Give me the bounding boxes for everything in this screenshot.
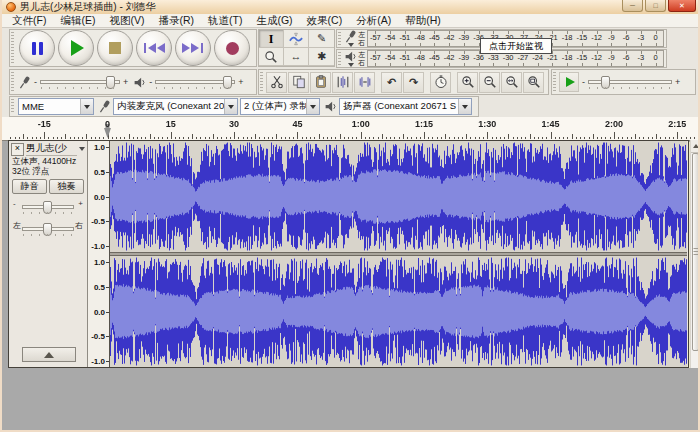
chevron-down-icon[interactable] xyxy=(348,63,354,67)
amplitude-tick xyxy=(106,221,109,222)
chevron-down-icon[interactable] xyxy=(348,43,354,47)
track-pan-thumb[interactable] xyxy=(43,223,52,236)
meter-scale-label: -42 xyxy=(442,51,457,66)
multi-tool-button[interactable]: ✱ xyxy=(309,48,334,66)
skip-to-end-button[interactable] xyxy=(175,30,211,66)
playback-device-select[interactable]: 扬声器 (Conexant 20671 S xyxy=(339,98,472,115)
amplitude-label: 0.0 xyxy=(94,192,105,201)
input-volume-slider[interactable] xyxy=(40,80,120,84)
track-name[interactable]: 男儿志(少 xyxy=(26,142,77,156)
track-pan-slider[interactable]: 左 右 xyxy=(13,220,83,238)
copy-button[interactable] xyxy=(288,72,309,93)
mute-button[interactable]: 静音 xyxy=(12,179,47,194)
toolbar-grip[interactable] xyxy=(11,99,14,114)
output-volume-thumb[interactable] xyxy=(223,76,232,89)
selection-tool-button[interactable]: I xyxy=(259,30,284,48)
menu-item-transport[interactable]: 播录(R) xyxy=(151,14,201,27)
menu-item-edit[interactable]: 编辑(E) xyxy=(53,14,102,27)
amplitude-label: -0.5 xyxy=(91,217,105,226)
menu-item-view[interactable]: 视图(V) xyxy=(102,14,151,27)
chevron-down-icon[interactable] xyxy=(458,99,471,114)
title-bar[interactable]: 男儿志(少林足球插曲) - 刘德华 ─ □ ✕ xyxy=(2,0,698,14)
edit-toolbar: ↶↷ xyxy=(258,69,549,95)
toolbar-grip[interactable] xyxy=(260,72,263,92)
zoom-out-button[interactable] xyxy=(479,72,500,93)
speaker-icon xyxy=(324,100,337,113)
menu-item-help[interactable]: 帮助(H) xyxy=(398,14,448,27)
minimize-button[interactable]: ─ xyxy=(622,0,643,12)
zoom-in-button[interactable] xyxy=(457,72,478,93)
timeline-label: 1:30 xyxy=(478,119,496,129)
meter-scale-label: -18 xyxy=(560,31,575,46)
scrollbar-thumb[interactable] xyxy=(692,153,699,351)
menu-item-generate[interactable]: 生成(G) xyxy=(249,14,299,27)
record-button[interactable] xyxy=(214,30,250,66)
stop-button[interactable] xyxy=(97,30,133,66)
chevron-down-icon[interactable] xyxy=(80,99,93,114)
zoom-tool-button[interactable] xyxy=(259,48,284,66)
playback-speed-thumb[interactable] xyxy=(601,76,610,89)
timeline-label: 15 xyxy=(166,119,176,129)
track-menu-chevron-icon[interactable] xyxy=(79,147,85,151)
menu-item-analyze[interactable]: 分析(A) xyxy=(349,14,398,27)
audio-host-select[interactable]: MME xyxy=(18,98,94,115)
scroll-up-button[interactable] xyxy=(691,140,700,153)
toolbar-grip[interactable] xyxy=(11,72,14,92)
draw-tool-button[interactable]: ✎ xyxy=(309,30,334,48)
amplitude-label: 0.0 xyxy=(94,307,105,316)
toolbar-grip[interactable] xyxy=(553,72,556,92)
skip-to-start-button[interactable] xyxy=(136,30,172,66)
timeline-label: 0 xyxy=(105,119,110,129)
track-gain-thumb[interactable] xyxy=(43,201,52,214)
solo-button[interactable]: 独奏 xyxy=(49,179,84,194)
meter-scale-label: -15 xyxy=(575,31,590,46)
gain-plus-label: + xyxy=(78,200,83,208)
toolbar-grip[interactable] xyxy=(11,32,14,64)
playback-speed-slider[interactable] xyxy=(588,80,672,84)
toolbar-grip[interactable] xyxy=(338,52,341,65)
undo-button[interactable]: ↶ xyxy=(381,72,402,93)
envelope-tool-button[interactable] xyxy=(284,30,309,48)
amplitude-ruler[interactable]: 1.00.50.0-0.5-1.01.00.50.0-0.5-1.0 xyxy=(88,141,110,367)
play-button[interactable] xyxy=(58,30,94,66)
speaker-icon xyxy=(344,50,357,63)
recording-channels-select[interactable]: 2 (立体声) 录制 xyxy=(240,98,320,115)
silence-button[interactable] xyxy=(354,72,375,93)
meter-scale-label: -45 xyxy=(427,51,442,66)
menu-item-effect[interactable]: 效果(C) xyxy=(300,14,350,27)
input-volume-thumb[interactable] xyxy=(106,76,115,89)
output-volume-slider[interactable] xyxy=(155,80,235,84)
close-button[interactable]: ✕ xyxy=(668,0,696,12)
workspace-background xyxy=(2,368,698,430)
toolbar-grip[interactable] xyxy=(338,32,341,45)
gain-minus-label: - xyxy=(34,78,37,87)
track-gain-slider[interactable]: - + xyxy=(13,198,83,216)
track-collapse-button[interactable] xyxy=(22,347,76,362)
pause-button[interactable] xyxy=(19,30,55,66)
paste-button[interactable] xyxy=(310,72,331,93)
amplitude-tick xyxy=(106,262,109,263)
vertical-scrollbar[interactable] xyxy=(690,140,700,368)
fit-project-button[interactable] xyxy=(523,72,544,93)
recording-device-select[interactable]: 内装麦克风 (Conexant 206 xyxy=(113,98,238,115)
track-close-button[interactable]: × xyxy=(11,143,24,156)
waveform-display[interactable] xyxy=(110,141,687,367)
chevron-down-icon[interactable] xyxy=(306,99,319,114)
redo-button[interactable]: ↷ xyxy=(403,72,424,93)
cut-button[interactable] xyxy=(266,72,287,93)
gain-minus-label: - xyxy=(13,200,16,208)
play-at-speed-button[interactable] xyxy=(559,72,579,92)
menu-item-file[interactable]: 文件(F) xyxy=(5,14,53,27)
time-shift-tool-button[interactable]: ↔ xyxy=(284,48,309,66)
trim-button[interactable] xyxy=(332,72,353,93)
maximize-button[interactable]: □ xyxy=(645,0,666,12)
menu-item-tracks[interactable]: 轨道(T) xyxy=(201,14,249,27)
fit-selection-button[interactable] xyxy=(501,72,522,93)
timeline-ruler[interactable]: -1501530451:001:151:301:452:002:15 xyxy=(2,117,698,141)
audacity-logo-icon xyxy=(6,2,16,12)
amplitude-label: -0.5 xyxy=(91,332,105,341)
meter-scale-label: -9 xyxy=(604,51,619,66)
speaker-icon xyxy=(133,76,146,89)
sync-clock-button[interactable] xyxy=(430,72,451,93)
chevron-down-icon[interactable] xyxy=(224,99,237,114)
